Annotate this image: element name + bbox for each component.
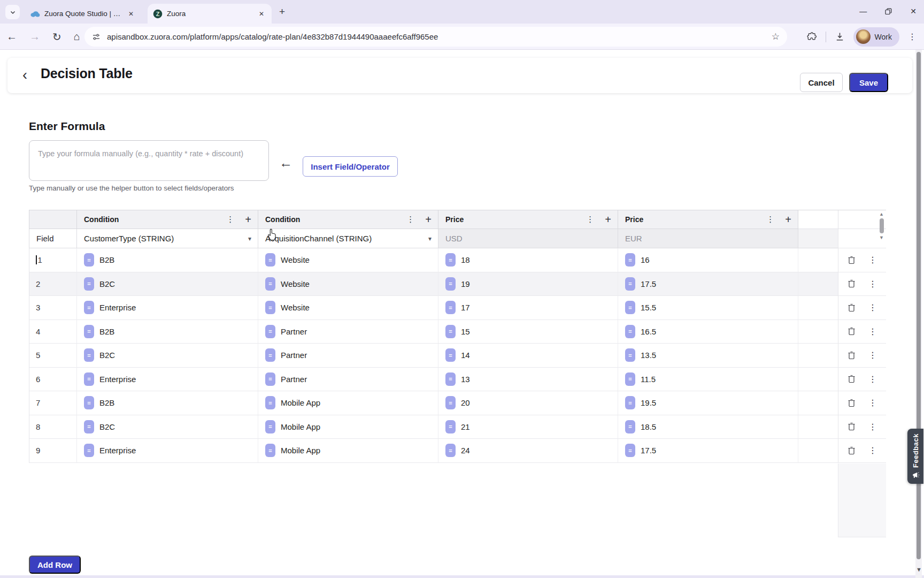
operator-chip[interactable]: = — [84, 277, 94, 291]
delete-row-icon[interactable] — [848, 351, 856, 360]
operator-chip[interactable]: = — [265, 301, 275, 314]
operator-chip[interactable]: = — [625, 420, 635, 434]
row-number-cell[interactable]: 6 — [29, 368, 76, 392]
cell-price-eur[interactable]: = 19.5 — [618, 391, 798, 415]
row-number-cell[interactable]: 5 — [29, 344, 76, 368]
add-row-button[interactable]: Add Row — [29, 556, 81, 574]
row-menu-icon[interactable]: ⋮ — [868, 255, 877, 265]
restore-window-button[interactable] — [885, 8, 892, 15]
home-icon[interactable]: ⌂ — [74, 31, 80, 43]
tab-close-icon[interactable]: ✕ — [257, 9, 266, 19]
cell-customer-type[interactable]: = B2C — [76, 344, 258, 368]
operator-chip[interactable]: = — [84, 372, 94, 386]
cell-acquisition-channel[interactable]: = Mobile App — [258, 439, 438, 463]
operator-chip[interactable]: = — [445, 301, 456, 314]
row-number-cell[interactable]: 1 — [29, 248, 76, 272]
operator-chip[interactable]: = — [265, 277, 275, 291]
row-menu-icon[interactable]: ⋮ — [868, 326, 877, 337]
cell-acquisition-channel[interactable]: = Website — [258, 272, 438, 296]
cell-price-eur[interactable]: = 16.5 — [618, 320, 798, 344]
cell-price-usd[interactable]: = 20 — [438, 391, 618, 415]
scroll-down-icon[interactable]: ▼ — [879, 234, 884, 241]
operator-chip[interactable]: = — [265, 325, 275, 338]
row-menu-icon[interactable]: ⋮ — [868, 374, 877, 384]
row-number-cell[interactable]: 4 — [29, 320, 76, 344]
cell-price-usd[interactable]: = 21 — [438, 415, 618, 439]
minimize-button[interactable]: — — [859, 7, 867, 16]
close-window-button[interactable]: ✕ — [910, 7, 917, 16]
tab-zuora[interactable]: Z Zuora ✕ — [148, 4, 272, 24]
operator-chip[interactable]: = — [265, 372, 275, 386]
operator-chip[interactable]: = — [625, 348, 635, 362]
delete-row-icon[interactable] — [848, 303, 856, 312]
cell-customer-type[interactable]: = Enterprise — [76, 296, 258, 320]
delete-row-icon[interactable] — [848, 375, 856, 383]
operator-chip[interactable]: = — [265, 253, 275, 267]
cell-acquisition-channel[interactable]: = Mobile App — [258, 391, 438, 415]
delete-row-icon[interactable] — [848, 446, 856, 455]
cell-customer-type[interactable]: = B2B — [76, 320, 258, 344]
tab-salesforce[interactable]: Zuora Quote Studio | Salesforce ✕ — [25, 4, 141, 24]
reload-icon[interactable]: ↻ — [52, 31, 61, 43]
field-select-customer-type[interactable]: CustomerType (STRING) ▾ — [76, 229, 258, 248]
column-menu-icon[interactable]: ⋮ — [766, 215, 774, 224]
operator-chip[interactable]: = — [625, 372, 635, 386]
cell-price-eur[interactable]: = 15.5 — [618, 296, 798, 320]
cell-price-eur[interactable]: = 16 — [618, 248, 798, 272]
operator-chip[interactable]: = — [84, 444, 94, 457]
column-menu-icon[interactable]: ⋮ — [586, 215, 594, 224]
cell-customer-type[interactable]: = B2B — [76, 391, 258, 415]
operator-chip[interactable]: = — [625, 277, 635, 291]
field-select-acquisition-channel[interactable]: AcquisitionChannel (STRING) ▾ — [258, 229, 438, 248]
cell-price-usd[interactable]: = 15 — [438, 320, 618, 344]
cell-customer-type[interactable]: = Enterprise — [76, 368, 258, 392]
row-menu-icon[interactable]: ⋮ — [868, 279, 877, 289]
operator-chip[interactable]: = — [445, 372, 456, 386]
cell-price-usd[interactable]: = 17 — [438, 296, 618, 320]
tab-search-button[interactable] — [5, 5, 20, 19]
cell-price-usd[interactable]: = 18 — [438, 248, 618, 272]
address-bar[interactable]: apisandbox.zuora.com/platform/apps/catal… — [84, 27, 787, 47]
delete-row-icon[interactable] — [848, 327, 856, 336]
operator-chip[interactable]: = — [625, 444, 635, 457]
tab-close-icon[interactable]: ✕ — [126, 9, 136, 19]
operator-chip[interactable]: = — [265, 396, 275, 409]
add-column-icon[interactable]: + — [785, 214, 791, 226]
row-menu-icon[interactable]: ⋮ — [868, 422, 877, 432]
scroll-up-icon[interactable]: ▲ — [879, 211, 884, 217]
row-menu-icon[interactable]: ⋮ — [868, 398, 877, 408]
operator-chip[interactable]: = — [625, 325, 635, 338]
add-column-icon[interactable]: + — [605, 214, 611, 226]
feedback-tab[interactable]: Feedback — [907, 429, 923, 484]
operator-chip[interactable]: = — [625, 396, 635, 409]
delete-row-icon[interactable] — [848, 399, 856, 407]
cell-price-usd[interactable]: = 13 — [438, 368, 618, 392]
formula-input[interactable]: Type your formula manually (e.g., quanti… — [29, 140, 269, 181]
scrollbar-thumb[interactable] — [880, 218, 884, 233]
cell-acquisition-channel[interactable]: = Mobile App — [258, 415, 438, 439]
operator-chip[interactable]: = — [445, 420, 456, 434]
operator-chip[interactable]: = — [445, 325, 456, 338]
operator-chip[interactable]: = — [84, 348, 94, 362]
cell-customer-type[interactable]: = Enterprise — [76, 439, 258, 463]
insert-field-operator-button[interactable]: Insert Field/Operator — [303, 156, 398, 177]
operator-chip[interactable]: = — [84, 325, 94, 338]
column-menu-icon[interactable]: ⋮ — [406, 215, 414, 224]
operator-chip[interactable]: = — [265, 420, 275, 434]
operator-chip[interactable]: = — [84, 253, 94, 267]
new-tab-button[interactable]: + — [279, 6, 285, 18]
cell-price-eur[interactable]: = 18.5 — [618, 415, 798, 439]
cell-price-eur[interactable]: = 13.5 — [618, 344, 798, 368]
cell-acquisition-channel[interactable]: = Website — [258, 248, 438, 272]
back-button[interactable]: ‹ — [22, 65, 27, 85]
row-menu-icon[interactable]: ⋮ — [868, 302, 877, 313]
operator-chip[interactable]: = — [84, 396, 94, 409]
operator-chip[interactable]: = — [445, 444, 456, 457]
save-button[interactable]: Save — [849, 73, 888, 92]
operator-chip[interactable]: = — [265, 444, 275, 457]
row-number-cell[interactable]: 7 — [29, 391, 76, 415]
forward-icon[interactable]: → — [29, 31, 40, 43]
browser-menu-icon[interactable]: ⋮ — [908, 32, 917, 42]
operator-chip[interactable]: = — [84, 301, 94, 314]
table-scrollbar[interactable]: ▲ ▼ — [877, 211, 886, 244]
